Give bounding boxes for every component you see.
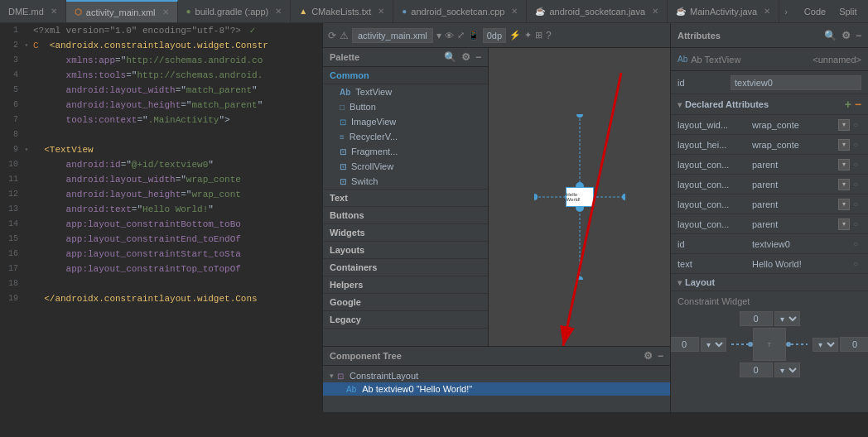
layout-dropdown[interactable]: activity_main.xml — [352, 28, 433, 43]
palette-close-icon[interactable]: − — [475, 51, 481, 63]
widget-fragment[interactable]: ⊡ Fragment... — [323, 144, 488, 159]
palette-category-layouts[interactable]: Layouts — [323, 242, 488, 259]
zoom-input[interactable]: 0dp — [483, 28, 506, 43]
component-tree-gear-icon[interactable]: ⚙ — [644, 350, 653, 362]
attr-constraint-1-reset[interactable]: ○ — [850, 159, 861, 170]
palette-category-containers[interactable]: Containers — [323, 259, 488, 276]
tab-dme-close[interactable]: ✕ — [51, 7, 57, 16]
attr-constraint-4-reset[interactable]: ○ — [850, 218, 861, 230]
tab-more-button[interactable]: › — [779, 7, 793, 17]
palette-category-google[interactable]: Google — [323, 294, 488, 311]
palette-category-buttons[interactable]: Buttons — [323, 207, 488, 224]
attr-layout-width-dropdown[interactable]: ▾ — [838, 119, 850, 131]
attr-constraint-1-dropdown[interactable]: ▾ — [838, 159, 850, 170]
component-tree-minus-icon[interactable]: − — [658, 350, 663, 362]
constraint-layout-icon: ⊡ — [337, 372, 344, 381]
attributes-minus-icon[interactable]: − — [856, 30, 861, 41]
canvas-area[interactable]: Hello World! — [489, 48, 670, 346]
widget-scrollview[interactable]: ⊡ ScrollView — [323, 159, 488, 174]
tree-textview0-label: Ab textview0 "Hello World!" — [362, 384, 472, 394]
orientation-icon[interactable]: ⤢ — [457, 30, 465, 41]
tab-build-gradle-close[interactable]: ✕ — [275, 7, 282, 16]
add-attribute-button[interactable]: + — [845, 98, 851, 111]
attr-preview-ab-icon: Ab — [678, 55, 687, 64]
fold-arrow-9[interactable]: ▾ — [25, 142, 29, 157]
layout-bottom-input[interactable] — [740, 363, 773, 377]
code-view-button[interactable]: Code — [799, 5, 831, 18]
layout-top-input[interactable] — [740, 311, 773, 326]
layout-left-input[interactable] — [671, 337, 699, 352]
attributes-search-icon[interactable]: 🔍 — [824, 30, 837, 41]
layout-left-dropdown[interactable]: ▾ — [701, 338, 726, 352]
attr-text-reset[interactable]: ○ — [850, 258, 861, 270]
tab-gradle-icon: ● — [186, 7, 191, 16]
widget-imageview[interactable]: ⊡ ImageView — [323, 114, 488, 129]
attr-layout-width-reset[interactable]: ○ — [850, 119, 861, 131]
palette-category-legacy[interactable]: Legacy — [323, 311, 488, 329]
code-editor[interactable]: 1 <?xml version="1.0" encoding="utf-8"?>… — [0, 23, 322, 412]
widget-button[interactable]: □ Button — [323, 99, 488, 114]
palette-category-widgets[interactable]: Widgets — [323, 224, 488, 242]
layout-section-label: Layout — [685, 277, 715, 287]
layout-right-input[interactable] — [840, 337, 868, 352]
line-num-3: 3 — [0, 53, 23, 68]
tree-item-constraintlayout[interactable]: ▾ ⊡ ConstraintLayout — [323, 369, 670, 382]
tab-cmakelists-close[interactable]: ✕ — [378, 7, 384, 16]
code-line-18: 18 — [0, 276, 322, 291]
lightning-icon[interactable]: ⚡ — [509, 30, 521, 41]
tab-dme[interactable]: DME.md ✕ — [0, 0, 66, 22]
attr-layout-height-reset[interactable]: ○ — [850, 139, 861, 151]
layout-right-dropdown[interactable]: ▾ — [813, 338, 838, 352]
attr-constraint-2-dropdown[interactable]: ▾ — [838, 179, 850, 190]
refresh-icon[interactable]: ⟳ — [328, 30, 336, 41]
layout-top-dropdown[interactable]: ▾ — [774, 311, 800, 326]
tab-build-gradle[interactable]: ● build.gradle (:app) ✕ — [178, 0, 292, 22]
code-line-15: 15 app:layout_constraintEnd_toEndOf — [0, 232, 322, 247]
palette-gear-icon[interactable]: ⚙ — [461, 51, 470, 63]
attr-layout-height-dropdown[interactable]: ▾ — [838, 139, 850, 151]
widget-switch[interactable]: ⊡ Switch — [323, 174, 488, 189]
attr-id-input[interactable] — [731, 75, 861, 90]
tab-socketcan-java-label: android_socketcan.java — [549, 7, 645, 17]
warning-icon[interactable]: ⚠ — [340, 30, 349, 41]
palette-search-icon[interactable]: 🔍 — [444, 51, 456, 63]
palette-category-helpers[interactable]: Helpers — [323, 276, 488, 294]
attributes-gear-icon[interactable]: ⚙ — [841, 30, 851, 41]
split-view-button[interactable]: Split — [834, 5, 861, 18]
tab-socketcan-java-close[interactable]: ✕ — [652, 7, 658, 16]
remove-attribute-button[interactable]: − — [855, 98, 861, 111]
line-num-1: 1 — [0, 23, 23, 38]
tab-activity-main[interactable]: ⬡ activity_main.xml ✕ — [66, 0, 178, 22]
device-icon[interactable]: 📱 — [468, 30, 480, 41]
tab-mainactivity[interactable]: ☕ MainActivity.java ✕ — [668, 0, 779, 22]
attr-constraint-4-dropdown[interactable]: ▾ — [838, 218, 850, 230]
palette-category-text[interactable]: Text — [323, 190, 488, 207]
tab-socketcan-cpp-close[interactable]: ✕ — [511, 7, 518, 16]
layout-section-header[interactable]: ▾ Layout — [671, 274, 868, 291]
tab-mainactivity-close[interactable]: ✕ — [764, 7, 770, 16]
layout-section-toggle-icon: ▾ — [678, 278, 682, 287]
tab-socketcan-cpp[interactable]: ● android_socketcan.cpp ✕ — [393, 0, 527, 22]
tab-activity-main-close[interactable]: ✕ — [162, 7, 169, 17]
code-line-8: 8 — [0, 127, 322, 142]
design-view-button[interactable]: Design — [866, 5, 868, 18]
attr-constraint-3-dropdown[interactable]: ▾ — [838, 199, 850, 210]
declared-attributes-header[interactable]: ▾ Declared Attributes + − — [671, 94, 868, 115]
tree-expand-arrow[interactable]: ▾ — [330, 372, 334, 380]
widget-recyclerview[interactable]: ≡ RecyclerV... — [323, 129, 488, 144]
eye-icon[interactable]: 👁 — [445, 31, 454, 41]
tree-item-textview0[interactable]: Ab Ab textview0 "Hello World!" — [323, 382, 670, 396]
layout-bottom-dropdown[interactable]: ▾ — [774, 363, 800, 377]
attr-id-reset[interactable]: ○ — [850, 238, 861, 250]
tab-cmakelists[interactable]: ▲ CMakeLists.txt ✕ — [291, 0, 393, 22]
fold-arrow-2[interactable]: ▾ — [25, 38, 29, 53]
grid-icon[interactable]: ⊞ — [535, 30, 542, 41]
attr-constraint-2-reset[interactable]: ○ — [850, 179, 861, 190]
question-icon[interactable]: ? — [546, 30, 552, 41]
widget-textview[interactable]: Ab TextView — [323, 84, 488, 99]
tab-socketcan-java[interactable]: ☕ android_socketcan.java ✕ — [527, 0, 668, 22]
attr-constraint-3-reset[interactable]: ○ — [850, 199, 861, 210]
chevron-down-icon[interactable]: ▾ — [436, 30, 441, 41]
magic-icon[interactable]: ✦ — [524, 30, 532, 41]
palette-category-common[interactable]: Common — [323, 67, 488, 84]
